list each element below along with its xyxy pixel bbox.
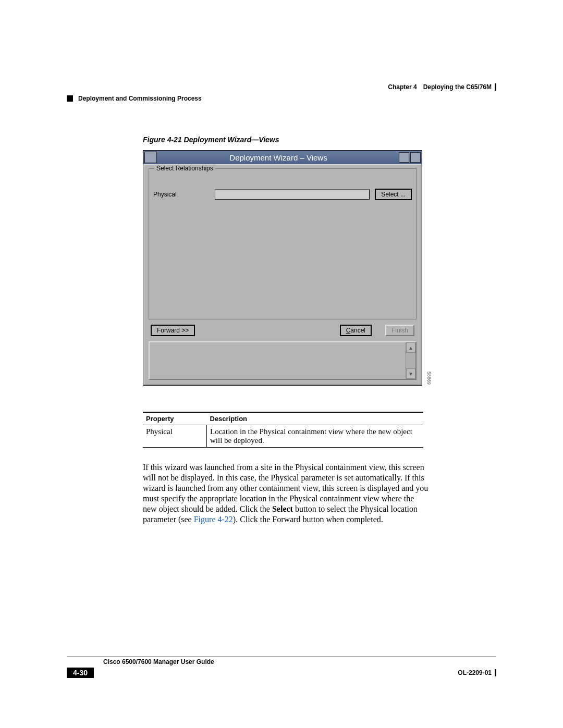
select-button[interactable]: Select ... [375, 189, 412, 200]
maximize-icon[interactable] [410, 152, 421, 163]
finish-button: Finish [385, 325, 414, 336]
log-area: ▲ ▼ [149, 341, 417, 380]
select-relationships-group: Select Relationships Physical Select ... [149, 168, 417, 319]
window-titlebar: Deployment Wizard – Views [143, 151, 422, 164]
page: Chapter 4 Deploying the C65/76M Deployme… [0, 0, 563, 728]
scroll-up-icon[interactable]: ▲ [406, 342, 415, 353]
page-number: 4-30 [67, 668, 94, 678]
physical-input[interactable] [215, 189, 370, 200]
cell-description: Location in the Physical containment vie… [207, 425, 424, 448]
deployment-wizard-window: Deployment Wizard – Views Select Relatio… [143, 150, 422, 386]
page-footer: Cisco 6500/7600 Manager User Guide 4-30 … [67, 657, 496, 678]
table-row: Physical Location in the Physical contai… [143, 425, 423, 448]
property-table: Property Description Physical Location i… [143, 412, 423, 448]
scroll-down-icon[interactable]: ▼ [406, 368, 415, 379]
log-text [150, 342, 406, 379]
section-marker-icon [67, 95, 73, 102]
group-label: Select Relationships [154, 165, 215, 172]
wizard-body: Select Relationships Physical Select ...… [143, 164, 422, 385]
figure-caption: Figure 4-21 Deployment Wizard—Views [143, 135, 496, 144]
section-title: Deployment and Commissioning Process [78, 95, 202, 102]
chapter-title: Deploying the C65/76M [423, 83, 492, 91]
image-id: 58869 [426, 372, 432, 385]
footer-guide-title: Cisco 6500/7600 Manager User Guide [67, 658, 496, 665]
log-scrollbar[interactable]: ▲ ▼ [406, 342, 415, 379]
window-title: Deployment Wizard – Views [158, 153, 399, 162]
document-id: OL-2209-01 [458, 669, 496, 676]
col-property: Property [143, 412, 207, 425]
cell-property: Physical [143, 425, 207, 448]
chapter-number: Chapter 4 [388, 83, 417, 91]
physical-label: Physical [153, 191, 210, 198]
figure-xref[interactable]: Figure 4-22 [194, 515, 233, 524]
minimize-icon[interactable] [399, 152, 409, 163]
running-header: Chapter 4 Deploying the C65/76M [67, 83, 496, 91]
window-menu-icon[interactable] [144, 152, 157, 163]
forward-button[interactable]: Forward >> [151, 325, 195, 336]
wizard-nav-row: Forward >> Cancel Finish [149, 325, 417, 336]
cancel-button[interactable]: Cancel [340, 325, 372, 336]
col-description: Description [207, 412, 424, 425]
body-paragraph: If this wizard was launched from a site … [143, 462, 430, 525]
